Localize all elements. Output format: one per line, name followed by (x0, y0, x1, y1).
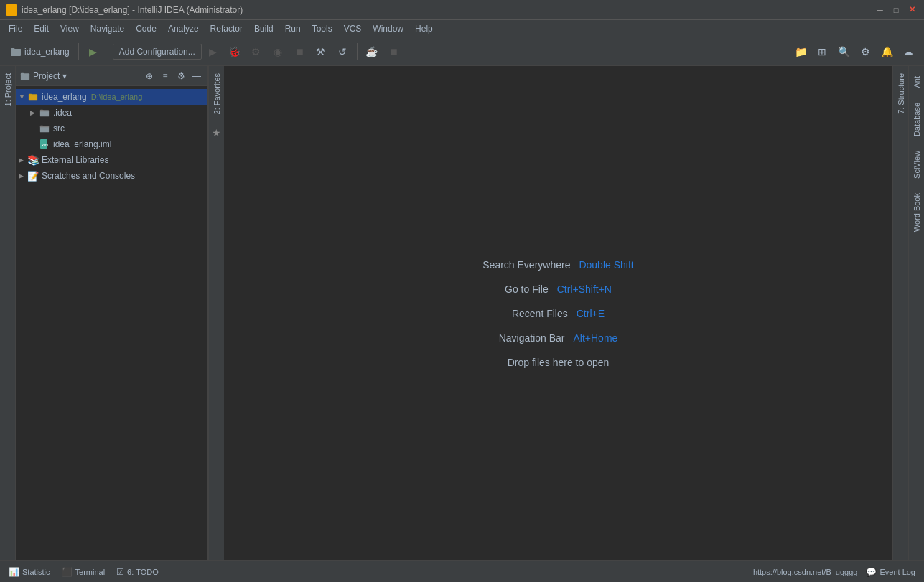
project-panel-header: Project ▾ ⊕ ≡ ⚙ — (16, 66, 207, 86)
settings-button[interactable]: ⚙ (855, 42, 875, 62)
wordbook-tab[interactable]: Word Book (910, 186, 923, 239)
menu-view[interactable]: View (55, 22, 85, 35)
tree-label-scratches: Scratches and Consoles (42, 171, 135, 181)
sdk-button[interactable]: ☕ (362, 42, 382, 62)
menu-code[interactable]: Code (130, 22, 162, 35)
toolbar-separator-3 (357, 43, 358, 60)
terminal-status[interactable]: ⬛ Terminal (59, 565, 108, 578)
toolbar-separator-1 (78, 43, 79, 60)
ant-tab[interactable]: Ant (910, 69, 923, 95)
scratches-icon: 📝 (27, 170, 39, 182)
structure-view-button[interactable]: ⊞ (812, 42, 832, 62)
event-log-icon: 💬 (866, 567, 877, 577)
left-vertical-tabs: 1: Project (0, 66, 16, 560)
menu-file[interactable]: File (3, 22, 28, 35)
tree-item-root[interactable]: ▼ idea_erlang D:\idea_erlang (16, 89, 207, 105)
hint-navigation-bar: Navigation Bar Alt+Home (499, 332, 618, 344)
hint-recent-files: Recent Files Ctrl+E (512, 308, 605, 319)
restore-button[interactable]: □ (890, 4, 902, 17)
tree-item-scratches[interactable]: ▶ 📝 Scratches and Consoles (16, 168, 207, 184)
debug-button[interactable]: 🐞 (225, 42, 245, 62)
structure-sidebar: 7: Structure (892, 66, 908, 560)
status-bar: 📊 Statistic ⬛ Terminal ☑ 6: TODO https:/… (0, 560, 924, 582)
structure-tab[interactable]: 7: Structure (895, 66, 907, 121)
drop-files-hint: Drop files here to open (508, 357, 610, 368)
rebuild-button[interactable]: ↺ (332, 42, 353, 62)
project-view-button[interactable]: 📁 (790, 42, 811, 62)
tree-item-iml[interactable]: xml idea_erlang.iml (16, 136, 207, 152)
find-button[interactable]: 🔍 (834, 42, 854, 62)
project-folder-icon (10, 46, 22, 57)
svg-text:xml: xml (42, 143, 48, 147)
menu-build[interactable]: Build (248, 22, 279, 35)
hint-action-nav: Navigation Bar (499, 332, 565, 344)
favorites-tab[interactable]: 2: Favorites (210, 66, 223, 121)
run-indicator-button[interactable]: ▶ (83, 42, 103, 62)
tree-item-src[interactable]: src (16, 121, 207, 136)
database-tab[interactable]: Database (910, 95, 923, 144)
scope-button[interactable]: ⊕ (143, 70, 156, 83)
coverage-button[interactable]: ⚙ (246, 42, 266, 62)
notifications-button[interactable]: 🔔 (877, 42, 897, 62)
menu-run[interactable]: Run (279, 22, 307, 35)
favorites-star-icon[interactable]: ★ (212, 121, 221, 144)
event-log-status[interactable]: 💬 Event Log (863, 565, 918, 578)
menu-bar: File Edit View Navigate Code Analyze Ref… (0, 20, 924, 37)
remote-button[interactable]: ☁ (898, 42, 918, 62)
todo-label: 6: TODO (127, 568, 159, 576)
todo-icon: ☑ (116, 567, 124, 577)
stop-button[interactable]: ⏹ (289, 42, 309, 62)
toolbar-separator-2 (108, 43, 108, 60)
statistic-label: Statistic (22, 568, 50, 576)
collapse-button[interactable]: — (190, 70, 203, 83)
terminal-icon: ⬛ (62, 567, 73, 577)
tree-label-idea: .idea (53, 108, 72, 118)
toolbar-project-label: idea_erlang (6, 44, 74, 59)
hint-goto-file: Go to File Ctrl+Shift+N (505, 283, 612, 295)
hint-shortcut-nav: Alt+Home (573, 332, 617, 344)
tree-item-external-libs[interactable]: ▶ 📚 External Libraries (16, 152, 207, 168)
menu-edit[interactable]: Edit (28, 22, 55, 35)
toolbar-right: 📁 ⊞ 🔍 ⚙ 🔔 ☁ (790, 42, 918, 62)
tree-label-root-path: D:\idea_erlang (91, 93, 143, 101)
project-panel: Project ▾ ⊕ ≡ ⚙ — ▼ idea_erlang D:\idea_… (16, 66, 208, 560)
tree-item-idea[interactable]: ▶ .idea (16, 105, 207, 121)
add-configuration-button[interactable]: Add Configuration... (113, 44, 202, 60)
project-settings-button[interactable]: ⚙ (174, 70, 187, 83)
folder-icon-src (39, 123, 50, 134)
terminal-label: Terminal (75, 568, 106, 576)
menu-help[interactable]: Help (409, 22, 439, 35)
menu-vcs[interactable]: VCS (338, 22, 368, 35)
close-button[interactable]: ✕ (905, 4, 918, 17)
minimize-button[interactable]: ─ (874, 4, 887, 17)
editor-area[interactable]: Search Everywhere Double Shift Go to Fil… (224, 66, 892, 560)
settings-dropdown-button[interactable]: ≡ (159, 70, 172, 83)
run-button[interactable]: ▶ (203, 42, 223, 62)
stop2-button[interactable]: ⏹ (383, 42, 403, 62)
hint-search-everywhere: Search Everywhere Double Shift (482, 259, 633, 271)
sciview-tab[interactable]: SciView (910, 144, 923, 186)
sidebar-item-project[interactable]: 1: Project (0, 69, 16, 111)
profile-button[interactable]: ◉ (268, 42, 288, 62)
hint-shortcut-recent: Ctrl+E (577, 308, 605, 319)
menu-refactor[interactable]: Refactor (205, 22, 248, 35)
hint-action-search: Search Everywhere (482, 259, 570, 271)
project-name: idea_erlang (24, 47, 70, 57)
menu-window[interactable]: Window (367, 22, 409, 35)
project-panel-title: Project ▾ (33, 71, 140, 81)
tree-arrow-scratches: ▶ (19, 172, 27, 179)
menu-tools[interactable]: Tools (307, 22, 338, 35)
menu-navigate[interactable]: Navigate (85, 22, 130, 35)
hint-action-goto: Go to File (505, 283, 549, 295)
folder-icon-root (27, 91, 39, 103)
tree-label-iml: idea_erlang.iml (53, 139, 111, 149)
menu-analyze[interactable]: Analyze (162, 22, 205, 35)
build-button[interactable]: ⚒ (311, 42, 331, 62)
statistic-status[interactable]: 📊 Statistic (6, 565, 53, 578)
tree-arrow-root: ▼ (19, 93, 27, 100)
statistic-icon: 📊 (9, 567, 19, 577)
hint-action-recent: Recent Files (512, 308, 568, 319)
event-log-label: Event Log (879, 568, 915, 576)
main-area: 1: Project Project ▾ ⊕ ≡ ⚙ — ▼ idea_erla… (0, 66, 924, 560)
todo-status[interactable]: ☑ 6: TODO (113, 565, 162, 578)
